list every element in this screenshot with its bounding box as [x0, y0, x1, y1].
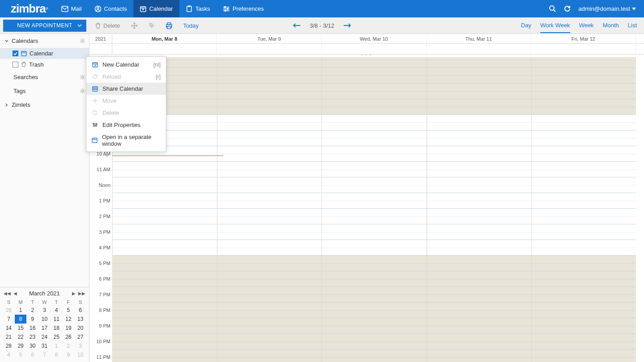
mini-day[interactable]: 31	[38, 341, 51, 350]
view-day[interactable]: Day	[521, 22, 531, 33]
hour-label: Noon	[89, 177, 112, 193]
mini-day[interactable]: 30	[26, 341, 38, 350]
mini-day[interactable]: 10	[74, 350, 86, 359]
next-week-button[interactable]	[343, 23, 351, 28]
gear-icon[interactable]	[80, 74, 85, 80]
sidebar-searches-header[interactable]: Searches	[0, 70, 89, 84]
mini-day[interactable]: 13	[74, 315, 86, 324]
refresh-icon[interactable]	[564, 5, 571, 13]
day-column[interactable]	[427, 57, 531, 362]
mini-dow: T	[51, 299, 63, 306]
today-button[interactable]: Today	[178, 17, 204, 34]
day-column[interactable]	[531, 57, 636, 362]
mini-day[interactable]: 6	[26, 350, 38, 359]
svg-rect-15	[21, 51, 26, 56]
day-column[interactable]	[322, 57, 426, 362]
checkbox-checked-icon[interactable]	[13, 51, 18, 56]
tag-button[interactable]	[143, 17, 160, 34]
mini-dow: T	[26, 299, 38, 306]
sidebar-calendars-header[interactable]: Calendars	[0, 34, 89, 48]
mini-day[interactable]: 10	[38, 315, 51, 324]
mini-day[interactable]: 18	[51, 324, 63, 333]
sidebar: Calendars Calendar Trash Searches Tags Z…	[0, 34, 89, 362]
menu-new-calendar[interactable]: New Calendar [nl]	[86, 59, 166, 71]
mini-day[interactable]: 20	[74, 324, 86, 333]
day-column[interactable]	[217, 57, 322, 362]
mini-next-month[interactable]: ▶	[71, 291, 76, 296]
print-button[interactable]	[160, 17, 178, 34]
mini-day[interactable]: 5	[63, 306, 75, 315]
mini-day[interactable]: 2	[63, 341, 75, 350]
menu-share-calendar[interactable]: Share Calendar	[86, 83, 166, 95]
mini-day[interactable]: 27	[74, 333, 86, 341]
mini-day[interactable]: 16	[26, 324, 38, 333]
mail-icon	[61, 6, 68, 12]
mini-day[interactable]: 6	[74, 306, 86, 315]
time-grid[interactable]: 1 AM2 AM3 AM4 AM5 AM6 AM7 AM8 AM9 AM10 A…	[89, 57, 644, 362]
nav-preferences[interactable]: Preferences	[216, 0, 270, 17]
checkbox-icon[interactable]	[13, 62, 18, 67]
sidebar-item-calendar[interactable]: Calendar	[0, 48, 89, 59]
mini-day[interactable]: 12	[63, 315, 75, 324]
sidebar-zimlets-header[interactable]: Zimlets	[0, 98, 89, 112]
day-header: Mon, Mar 8	[112, 34, 217, 43]
mini-day[interactable]: 4	[51, 306, 63, 315]
day-header: Fri, Mar 12	[531, 34, 636, 43]
mini-day[interactable]: 29	[15, 341, 27, 350]
mini-day[interactable]: 8	[51, 350, 63, 359]
menu-edit-properties[interactable]: Edit Properties	[86, 119, 166, 131]
mini-prev-year[interactable]: ◀◀	[3, 291, 12, 296]
mini-day[interactable]: 4	[3, 350, 15, 359]
menu-label: Move	[102, 97, 117, 104]
gear-icon[interactable]	[80, 38, 85, 44]
mini-day[interactable]: 11	[51, 315, 63, 324]
mini-day[interactable]: 2	[26, 306, 38, 315]
menu-shortcut: [r]	[156, 74, 161, 80]
nav-contacts[interactable]: Contacts	[88, 0, 133, 17]
mini-day[interactable]: 8	[15, 315, 27, 324]
mini-next-year[interactable]: ▶▶	[77, 291, 86, 296]
mini-day[interactable]: 3	[74, 341, 86, 350]
mini-day[interactable]: 24	[38, 333, 51, 341]
delete-button[interactable]: Delete	[89, 17, 126, 34]
chevron-down-icon	[632, 8, 636, 10]
mini-day[interactable]: 1	[15, 306, 27, 315]
mini-day[interactable]: 28	[3, 341, 15, 350]
mini-day[interactable]: 28	[3, 306, 15, 315]
sidebar-item-trash[interactable]: Trash	[0, 59, 89, 70]
view-month[interactable]: Month	[603, 22, 619, 33]
mini-day[interactable]: 19	[63, 324, 75, 333]
mini-day[interactable]: 23	[26, 333, 38, 341]
menu-delete: Delete	[86, 107, 166, 119]
mini-day[interactable]: 9	[63, 350, 75, 359]
prev-week-button[interactable]	[293, 23, 301, 28]
mini-day[interactable]: 3	[38, 306, 51, 315]
move-button[interactable]	[126, 17, 143, 34]
view-work-week[interactable]: Work Week	[540, 22, 570, 33]
mini-day[interactable]: 21	[3, 333, 15, 341]
view-list[interactable]: List	[628, 22, 637, 33]
sidebar-tags-header[interactable]: Tags	[0, 84, 89, 98]
mini-day[interactable]: 22	[15, 333, 27, 341]
mini-day[interactable]: 25	[51, 333, 63, 341]
mini-day[interactable]: 26	[63, 333, 75, 341]
mini-day[interactable]: 9	[26, 315, 38, 324]
menu-open-window[interactable]: Open in a separate window	[86, 131, 166, 150]
mini-day[interactable]: 14	[3, 324, 15, 333]
mini-day[interactable]: 7	[38, 350, 51, 359]
mini-day[interactable]: 15	[15, 324, 27, 333]
mini-day[interactable]: 7	[3, 315, 15, 324]
mini-day[interactable]: 5	[15, 350, 27, 359]
new-appointment-button[interactable]: NEW APPOINTMENT	[3, 20, 86, 32]
view-week[interactable]: Week	[579, 22, 594, 33]
mini-day[interactable]: 1	[51, 341, 63, 350]
search-icon[interactable]	[549, 5, 556, 13]
nav-calendar[interactable]: Calendar	[133, 0, 179, 17]
mini-prev-month[interactable]: ◀	[13, 291, 18, 296]
mini-day[interactable]: 17	[38, 324, 51, 333]
gear-icon[interactable]	[80, 88, 85, 94]
nav-mail[interactable]: Mail	[55, 0, 88, 17]
user-menu[interactable]: admin@domain.test	[578, 5, 636, 12]
trash-small-icon	[92, 110, 98, 116]
nav-tasks[interactable]: Tasks	[179, 0, 216, 17]
